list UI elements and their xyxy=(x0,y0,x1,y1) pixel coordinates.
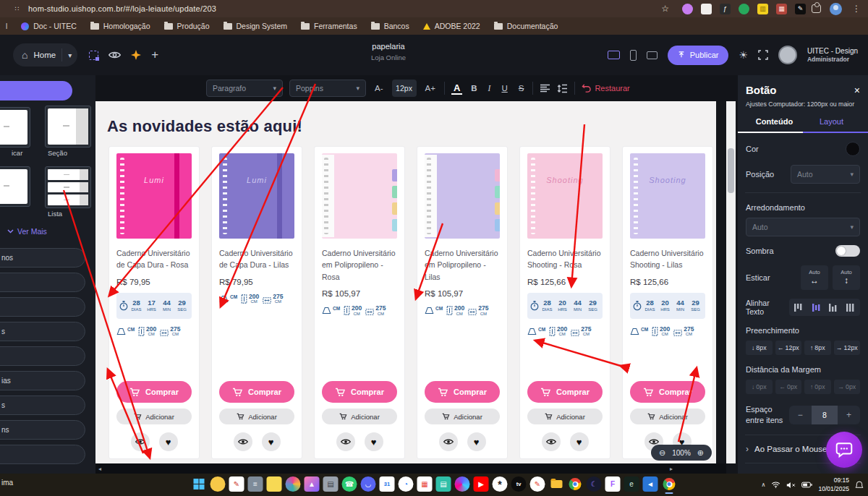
sidebar-component-pill[interactable] xyxy=(0,297,85,317)
product-card[interactable]: Caderno Universitário em Polipropileno -… xyxy=(314,146,405,459)
bookmark-star-icon[interactable]: ☆ xyxy=(661,4,669,14)
align-text-icon[interactable] xyxy=(540,84,550,93)
theme-brightness-icon[interactable]: ☀ xyxy=(739,49,748,61)
scrollbar-thumb[interactable] xyxy=(728,148,734,193)
clock-widget[interactable]: 09:15 10/01/2025 xyxy=(818,476,849,492)
taskbar-chrome-icon[interactable] xyxy=(568,476,583,492)
buy-button[interactable]: Comprar xyxy=(219,381,294,403)
ext-white-icon[interactable] xyxy=(701,4,712,14)
buy-button[interactable]: Comprar xyxy=(630,381,705,403)
component-thumb-section[interactable] xyxy=(45,106,91,147)
color-swatch[interactable] xyxy=(846,142,860,156)
preview-eye-icon[interactable] xyxy=(109,51,121,59)
ext-purple-icon[interactable] xyxy=(682,4,693,14)
add-button[interactable]: Adicionar xyxy=(322,409,397,424)
horizontal-scroll-strip[interactable]: ◂ ▸ xyxy=(95,463,726,474)
favorite-button[interactable]: ♥ xyxy=(467,432,486,451)
sidebar-component-pill[interactable]: nos xyxy=(0,248,85,268)
zoom-out-icon[interactable]: ⊖ xyxy=(659,448,665,458)
padding-button[interactable]: ↓8px xyxy=(746,341,773,355)
product-card[interactable]: Caderno Universitário em Polipropileno -… xyxy=(417,146,508,459)
margin-button[interactable]: ↓0px xyxy=(746,380,773,394)
tab-conteudo[interactable]: Conteúdo xyxy=(746,117,803,132)
favorite-button[interactable]: ♥ xyxy=(365,432,383,451)
margin-button[interactable]: →0px xyxy=(834,380,861,394)
valign-center-button[interactable] xyxy=(808,300,824,315)
stretch-vertical-button[interactable]: Auto ↕ xyxy=(833,265,860,290)
bookmark-item[interactable]: Homologação xyxy=(90,22,150,30)
sidebar-component-pill[interactable] xyxy=(0,273,85,292)
taskbar-whatsapp-icon[interactable]: ☎ xyxy=(342,476,357,492)
increase-font-button[interactable]: A+ xyxy=(423,84,438,93)
close-icon[interactable]: × xyxy=(854,85,860,96)
bookmark-item[interactable]: ADOBE 2022 xyxy=(423,22,480,30)
taskbar-copilot-icon[interactable] xyxy=(455,476,470,492)
ext-red-grid-icon[interactable]: ▦ xyxy=(776,4,787,14)
taskbar-youtube-icon[interactable]: ▶ xyxy=(474,476,489,492)
taskbar-tv-icon[interactable]: tv xyxy=(511,476,527,492)
notifications-bell-icon[interactable] xyxy=(855,481,864,489)
taskbar-moon-c-icon[interactable]: ☾ xyxy=(587,476,602,492)
site-info-icon[interactable]: ∷ xyxy=(12,4,22,14)
ext-green-plant-icon[interactable] xyxy=(739,4,749,14)
add-button[interactable]: Adicionar xyxy=(527,409,603,424)
underline-button[interactable]: U xyxy=(499,84,509,93)
stepper-minus-button[interactable]: − xyxy=(789,406,812,424)
ext-pen-icon[interactable]: ✎ xyxy=(795,4,806,14)
sparkle-icon[interactable] xyxy=(131,50,141,60)
add-button[interactable]: Adicionar xyxy=(116,409,192,424)
shadow-toggle[interactable] xyxy=(835,245,860,257)
marquee-select-icon[interactable] xyxy=(89,51,98,60)
fullscreen-icon[interactable] xyxy=(758,50,768,60)
favorite-button[interactable]: ♥ xyxy=(159,432,178,451)
quickview-button[interactable] xyxy=(234,432,252,451)
bookmark-fragment[interactable]: l xyxy=(6,22,7,30)
vertical-scrollbar[interactable] xyxy=(726,101,736,463)
user-avatar[interactable] xyxy=(778,46,797,64)
text-color-button[interactable]: A xyxy=(451,82,462,95)
buy-button[interactable]: Comprar xyxy=(116,381,192,403)
quickview-button[interactable] xyxy=(439,432,458,451)
add-button[interactable]: Adicionar xyxy=(425,409,500,424)
mobile-view-icon[interactable] xyxy=(630,50,637,61)
sidebar-component-pill[interactable]: ns xyxy=(0,420,85,440)
wifi-icon[interactable] xyxy=(771,481,780,489)
chevron-down-icon[interactable]: ▾ xyxy=(68,51,72,59)
bookmark-item[interactable]: Doc - UITEC xyxy=(21,22,77,30)
product-card[interactable]: Lumi Caderno Universitário de Capa Dura … xyxy=(109,146,200,459)
url-text[interactable]: hom-studio.uishop.com.br/#/loja-leiaute/… xyxy=(28,4,216,13)
position-select[interactable]: Auto ▾ xyxy=(791,165,860,184)
sidebar-component-pill[interactable] xyxy=(0,346,85,366)
taskbar-notes-teal-icon[interactable]: ▤ xyxy=(436,476,451,492)
ver-mais-link[interactable]: Ver Mais xyxy=(7,227,47,236)
paragraph-style-select[interactable]: Paragrafo ▾ xyxy=(206,80,283,97)
component-thumb-partial[interactable] xyxy=(0,107,30,147)
taskbar-clock-icon[interactable]: ◔ xyxy=(399,476,414,492)
taskbar-windows-icon[interactable] xyxy=(192,476,207,492)
publish-button[interactable]: Publicar xyxy=(668,46,729,65)
component-thumb-list[interactable] xyxy=(45,166,91,208)
add-icon[interactable]: + xyxy=(151,48,158,62)
tab-layout[interactable]: Layout xyxy=(803,117,860,132)
stepper-value[interactable]: 8 xyxy=(812,406,838,424)
product-card[interactable]: Lumi Caderno Universitário de Capa Dura … xyxy=(211,146,302,459)
valign-top-button[interactable] xyxy=(791,300,807,315)
weather-widget-fragment[interactable]: ima xyxy=(1,479,13,487)
add-button[interactable]: Adicionar xyxy=(630,409,705,424)
sidebar-component-pill[interactable]: s xyxy=(0,395,85,415)
bookmark-item[interactable]: Bancos xyxy=(371,22,409,30)
taskbar-sticky-notes-icon[interactable] xyxy=(267,476,282,492)
margin-button[interactable]: ↑0px xyxy=(804,380,831,394)
stretch-horizontal-button[interactable]: Auto ↔ xyxy=(801,265,828,290)
ext-ruler-icon[interactable]: ▥ xyxy=(757,4,768,14)
extensions-puzzle-icon[interactable] xyxy=(812,4,821,13)
taskbar-figma-icon[interactable]: F xyxy=(605,476,621,492)
browser-menu-icon[interactable]: ⋮ xyxy=(852,4,861,14)
decrease-font-button[interactable]: A- xyxy=(373,84,386,93)
valign-stretch-button[interactable] xyxy=(843,300,859,315)
chat-support-button[interactable] xyxy=(826,432,862,468)
product-card[interactable]: Shooting Caderno Universitário Shooting … xyxy=(519,146,610,459)
favorite-button[interactable]: ♥ xyxy=(262,432,281,451)
sidebar-component-pill[interactable]: s xyxy=(0,322,85,341)
buy-button[interactable]: Comprar xyxy=(322,381,397,403)
